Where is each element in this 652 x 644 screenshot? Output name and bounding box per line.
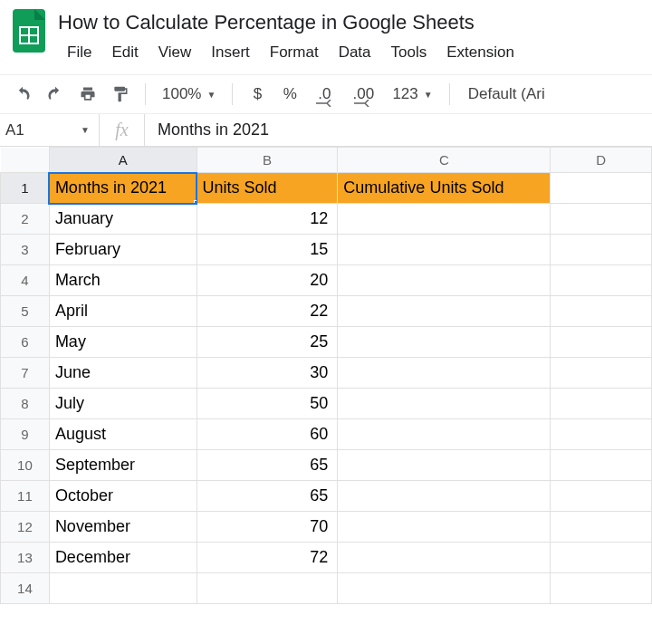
cell-C7[interactable] <box>338 358 551 389</box>
col-header-B[interactable]: B <box>197 148 338 173</box>
cell-A7[interactable]: June <box>49 358 197 389</box>
cell-C14[interactable] <box>338 573 551 604</box>
paint-format-button[interactable] <box>107 81 134 108</box>
row-header-2[interactable]: 2 <box>1 204 50 235</box>
row-header-3[interactable]: 3 <box>1 235 50 265</box>
row-header-6[interactable]: 6 <box>1 327 50 358</box>
row-header-13[interactable]: 13 <box>1 543 50 573</box>
row-header-8[interactable]: 8 <box>1 389 50 419</box>
cell-A1[interactable]: Months in 2021 <box>49 173 197 204</box>
cell-B2[interactable]: 12 <box>197 204 338 235</box>
row-header-7[interactable]: 7 <box>1 358 50 389</box>
format-currency-button[interactable]: $ <box>244 81 271 108</box>
name-box[interactable]: A1▼ <box>0 114 100 146</box>
cell-C9[interactable] <box>338 419 551 450</box>
row-header-11[interactable]: 11 <box>1 481 50 512</box>
cell-D8[interactable] <box>551 389 652 419</box>
cell-A13[interactable]: December <box>49 543 197 573</box>
cell-A9[interactable]: August <box>49 419 197 450</box>
row-header-4[interactable]: 4 <box>1 265 50 296</box>
cell-C3[interactable] <box>338 235 551 265</box>
cell-B12[interactable]: 70 <box>197 512 338 543</box>
cell-C5[interactable] <box>338 296 551 327</box>
cell-C11[interactable] <box>338 481 551 512</box>
cell-C8[interactable] <box>338 389 551 419</box>
menu-file[interactable]: File <box>58 40 101 65</box>
row-header-14[interactable]: 14 <box>1 573 50 604</box>
cell-D2[interactable] <box>551 204 652 235</box>
row-header-5[interactable]: 5 <box>1 296 50 327</box>
cell-D5[interactable] <box>551 296 652 327</box>
undo-button[interactable] <box>9 81 36 108</box>
menu-tools[interactable]: Tools <box>382 40 436 65</box>
cell-C12[interactable] <box>338 512 551 543</box>
cell-D11[interactable] <box>551 481 652 512</box>
menu-format[interactable]: Format <box>261 40 328 65</box>
cell-C6[interactable] <box>338 327 551 358</box>
menu-insert[interactable]: Insert <box>202 40 259 65</box>
format-percent-button[interactable]: % <box>276 81 303 108</box>
menu-data[interactable]: Data <box>330 40 380 65</box>
cell-A3[interactable]: February <box>49 235 197 265</box>
cell-A6[interactable]: May <box>49 327 197 358</box>
row-header-1[interactable]: 1 <box>1 173 50 204</box>
cell-B10[interactable]: 65 <box>197 450 338 481</box>
cell-D9[interactable] <box>551 419 652 450</box>
cell-B4[interactable]: 20 <box>197 265 338 296</box>
cell-C4[interactable] <box>338 265 551 296</box>
cell-B3[interactable]: 15 <box>197 235 338 265</box>
cell-C10[interactable] <box>338 450 551 481</box>
col-header-C[interactable]: C <box>338 148 551 173</box>
menu-view[interactable]: View <box>149 40 201 65</box>
cell-D3[interactable] <box>551 235 652 265</box>
cell-B11[interactable]: 65 <box>197 481 338 512</box>
select-all-corner[interactable] <box>1 148 50 173</box>
font-family-dropdown[interactable]: Default (Ari <box>461 85 552 103</box>
cell-B9[interactable]: 60 <box>197 419 338 450</box>
cell-B6[interactable]: 25 <box>197 327 338 358</box>
sheets-logo[interactable] <box>11 7 47 54</box>
menu-edit[interactable]: Edit <box>102 40 147 65</box>
cell-A11[interactable]: October <box>49 481 197 512</box>
cell-A12[interactable]: November <box>49 512 197 543</box>
cell-B5[interactable]: 22 <box>197 296 338 327</box>
col-header-D[interactable]: D <box>551 148 652 173</box>
menu-extensions[interactable]: Extension <box>437 40 523 65</box>
cell-C2[interactable] <box>338 204 551 235</box>
row-header-12[interactable]: 12 <box>1 512 50 543</box>
cell-D1[interactable] <box>551 173 652 204</box>
selection-handle[interactable] <box>194 200 197 204</box>
cell-A8[interactable]: July <box>49 389 197 419</box>
cell-B14[interactable] <box>197 573 338 604</box>
cell-D7[interactable] <box>551 358 652 389</box>
cell-A4[interactable]: March <box>49 265 197 296</box>
cell-B7[interactable]: 30 <box>197 358 338 389</box>
cell-A5[interactable]: April <box>49 296 197 327</box>
cell-A10[interactable]: September <box>49 450 197 481</box>
col-header-A[interactable]: A <box>49 148 197 173</box>
cell-B13[interactable]: 72 <box>197 543 338 573</box>
cell-D4[interactable] <box>551 265 652 296</box>
cell-C13[interactable] <box>338 543 551 573</box>
row-header-10[interactable]: 10 <box>1 450 50 481</box>
cell-B8[interactable]: 50 <box>197 389 338 419</box>
cell-D6[interactable] <box>551 327 652 358</box>
cell-A14[interactable] <box>49 573 197 604</box>
row-header-9[interactable]: 9 <box>1 419 50 450</box>
increase-decimal-button[interactable]: .00 <box>345 81 381 108</box>
cell-A2[interactable]: January <box>49 204 197 235</box>
decrease-decimal-button[interactable]: .0 <box>309 81 340 108</box>
cell-D14[interactable] <box>551 573 652 604</box>
cell-D13[interactable] <box>551 543 652 573</box>
cell-D10[interactable] <box>551 450 652 481</box>
cell-B1[interactable]: Units Sold <box>197 173 338 204</box>
cell-C1[interactable]: Cumulative Units Sold <box>338 173 551 204</box>
print-button[interactable] <box>74 81 101 108</box>
doc-title[interactable]: How to Calculate Percentage in Google Sh… <box>58 7 641 40</box>
more-formats-dropdown[interactable]: 123▼ <box>387 85 437 103</box>
spreadsheet-grid[interactable]: ABCD 1Months in 2021Units SoldCumulative… <box>0 147 652 604</box>
cell-D12[interactable] <box>551 512 652 543</box>
zoom-dropdown[interactable]: 100%▼ <box>157 85 221 103</box>
formula-input[interactable]: Months in 2021 <box>145 120 652 139</box>
redo-button[interactable] <box>42 81 69 108</box>
